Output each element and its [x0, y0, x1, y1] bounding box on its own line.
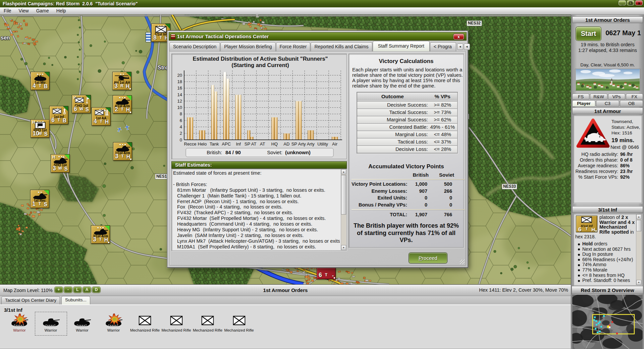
unit-next: Next @ 0646: [610, 144, 639, 150]
svg-text:Tank: Tank: [210, 141, 219, 147]
dialog-tab[interactable]: < Progra: [430, 42, 456, 51]
subunit-item[interactable]: Warrior: [67, 313, 98, 335]
outcome-row: Tactical Loss: <= 37%: [357, 138, 457, 145]
dialog-tab[interactable]: Staff Summary Report: [373, 41, 430, 51]
staff-estimates-text: Estimated state of forces at present tim…: [173, 170, 340, 249]
vp-total-row: TOTAL: 1,907 766: [352, 211, 465, 218]
proceed-button[interactable]: Proceed: [409, 253, 447, 263]
outcome-row: Marginal Loss: <= 48%: [357, 131, 457, 137]
unit-counter[interactable]: +1st AA4TH: [92, 107, 111, 126]
outcome-row: Marginal Success: >= 62%: [357, 116, 457, 123]
mini-tab[interactable]: VPs: [608, 94, 625, 100]
restore-button[interactable]: ❐: [627, 0, 634, 5]
unit-counter[interactable]: HCHQ 1st6WS: [72, 95, 91, 113]
subunit-bullets: Hold ordersNext action at 0627 hrsDug In…: [577, 241, 635, 283]
subunit-item[interactable]: Warrior: [98, 313, 129, 335]
unit-counter[interactable]: 4/1st Arm2TH: [113, 95, 132, 114]
svg-text:SP Arty: SP Arty: [291, 141, 306, 147]
dialog-tabs: Scenario DescriptionPlayer Mission Brief…: [169, 41, 466, 51]
scrollbar-thumb[interactable]: [636, 220, 641, 231]
unit-counter[interactable]: 1/1st Arm3TH: [113, 142, 132, 161]
bullet-item: <= 8 hexes from HQ: [577, 273, 635, 278]
svg-text:Recce: Recce: [184, 141, 197, 147]
vp-table: British Soviet Victory Point Locations: …: [352, 172, 465, 218]
dialog-tab[interactable]: Reported Kills and Claims: [311, 42, 372, 51]
mini-tab[interactable]: FX: [626, 94, 643, 100]
dialog-tab[interactable]: Scenario Description: [169, 42, 220, 51]
unit-values: 1TS: [32, 201, 48, 208]
scroll-down-icon[interactable]: ▼: [636, 280, 641, 285]
resize-grip[interactable]: [460, 259, 465, 264]
start-button[interactable]: Start: [576, 27, 601, 41]
stat-row: Orders this phase: 0 of 8: [574, 157, 642, 163]
svg-text:14: 14: [177, 92, 182, 97]
tab-scroll-button[interactable]: ◄: [457, 44, 463, 50]
unit-counter[interactable]: H+SHQ 1st3WS: [51, 154, 70, 173]
staff-estimate-line: FV432 Mortar (Self Propelled Mortar) - 4…: [173, 216, 340, 221]
staff-scrollbar[interactable]: ▲ ▼: [341, 169, 346, 250]
mini-tab[interactable]: FS: [572, 94, 589, 100]
outcome-row: Contested Battle: 49% - 61%: [357, 124, 457, 130]
subunit-counter-icon[interactable]: 3/1st Inf 6 T H: [576, 216, 597, 232]
unit-counter[interactable]: AH 1st AH3RH: [112, 72, 131, 90]
chart-panel: Estimated Distribution of Active Subunit…: [171, 54, 347, 159]
view-tab[interactable]: C3: [596, 100, 619, 107]
mini-tab[interactable]: R&W: [590, 94, 607, 100]
hex-grid-label: NES33: [502, 184, 517, 189]
dialog-titlebar[interactable]: 1st Armour Tactical Operations Center x: [169, 32, 467, 41]
dialog-tab[interactable]: Player Mission Briefing: [220, 42, 275, 51]
subunit-item[interactable]: Mechanized Rifle: [224, 313, 255, 335]
staff-estimate-line: Challenger 1 (Main Battle Tank) - 15 sta…: [173, 193, 340, 199]
bottom-tab[interactable]: Tactical Ops Center Diary: [1, 296, 60, 304]
scroll-up-icon[interactable]: ▲: [636, 214, 641, 219]
unit-counter[interactable]: 1st Rec1TS: [30, 190, 49, 208]
svg-text:AT: AT: [260, 141, 265, 147]
outcome-row: Decisive Loss: <= 28%: [357, 146, 457, 152]
victory-description: Each player starts with units and locati…: [352, 67, 466, 89]
unit-values: 6TB: [51, 117, 67, 124]
subunit-item[interactable]: Warrior: [4, 313, 35, 335]
svg-text:16: 16: [177, 85, 182, 91]
subunit-item[interactable]: Mechanized Rifle: [161, 313, 192, 335]
window-titlebar: Flashpoint Campaigns: Red Storm 2.0.6 "T…: [0, 0, 644, 7]
minimize-button[interactable]: _: [619, 0, 626, 5]
subunit-label: Mechanized Rifle: [161, 328, 191, 332]
subunit-item[interactable]: Mechanized Rifle: [129, 313, 160, 335]
menu-item[interactable]: View: [15, 7, 33, 14]
victory-summary: The British player with forces at 92% of…: [352, 222, 461, 244]
bottom-tab[interactable]: Subunits...: [61, 296, 90, 304]
subunit-header: 3/1st Inf: [572, 206, 643, 213]
subunit-label: Warrior: [107, 328, 120, 332]
menu-item[interactable]: Help: [53, 7, 70, 14]
svg-text:84 / 90: 84 / 90: [225, 150, 241, 155]
menu-item[interactable]: File: [0, 7, 15, 14]
scroll-down-icon[interactable]: ▼: [341, 245, 346, 250]
view-tab[interactable]: Player: [572, 100, 595, 107]
close-button[interactable]: x: [635, 0, 643, 5]
scrollbar-thumb[interactable]: [341, 175, 346, 215]
unit-values: 4TH: [93, 118, 109, 125]
subunit-scrollbar[interactable]: ▲ ▼: [636, 214, 641, 285]
victory-title: Victory Calculations: [349, 58, 464, 65]
overview-minimap[interactable]: [572, 295, 643, 349]
window-title: Flashpoint Campaigns: Red Storm 2.0.6 "T…: [3, 1, 138, 6]
tab-scroll-button[interactable]: ◄: [464, 44, 470, 50]
unit-counter[interactable]: H+RHQ 1st10WS: [31, 119, 50, 138]
weather-line: Day, Clear, Visual 6,500 m.: [571, 62, 644, 67]
unit-counter[interactable]: 1st Mtr4TB: [31, 72, 50, 90]
scroll-up-icon[interactable]: ▲: [341, 169, 346, 174]
dialog-close-button[interactable]: x: [453, 34, 464, 40]
mini-tabs: FSR&WVPsFX: [572, 94, 643, 100]
view-tab[interactable]: OB: [620, 100, 643, 107]
staff-estimate-line: Ferret AOP (Recon Unit) - 1 starting, no…: [173, 199, 340, 205]
svg-text:6: 6: [180, 118, 182, 123]
landscape-photo: [575, 69, 641, 91]
dialog-tab[interactable]: Force Roster: [276, 42, 311, 51]
unit-counter[interactable]: 1st Inf6TB: [49, 106, 68, 124]
svg-text:British:: British:: [207, 150, 222, 155]
unit-counter[interactable]: 3/1st Arm3TH: [91, 225, 110, 244]
subunit-item[interactable]: Warrior: [36, 313, 66, 335]
orders-countdown: 19 mins. to British orders: [571, 42, 644, 48]
menu-item[interactable]: Game: [33, 7, 53, 14]
subunit-item[interactable]: Mechanized Rifle: [192, 313, 223, 335]
